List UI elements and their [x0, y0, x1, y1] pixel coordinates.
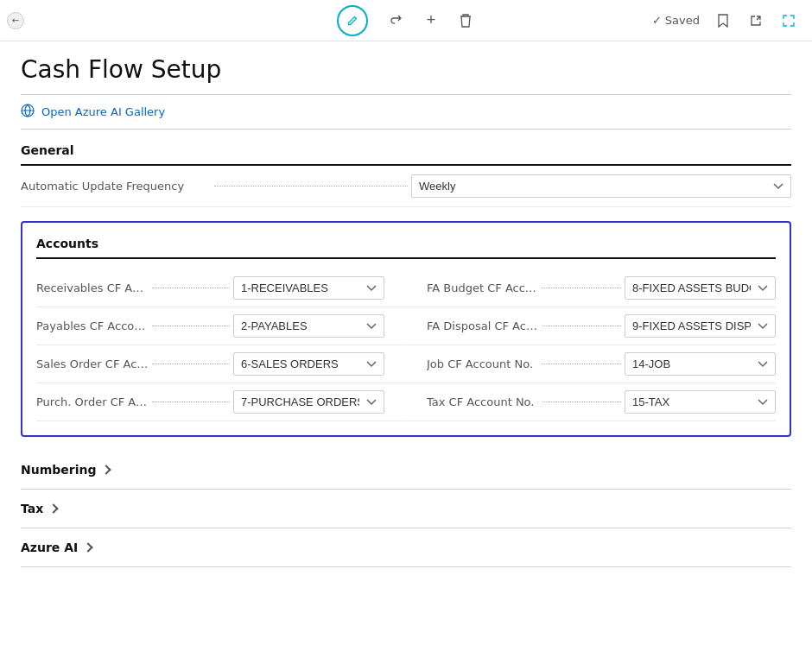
receivables-cf-field: Receivables CF Accou... 1-RECEIVABLES — [36, 269, 406, 307]
dots — [152, 326, 230, 326]
dots — [542, 288, 621, 288]
tax-section: Tax — [21, 490, 791, 528]
toolbar-left: ← — [7, 12, 24, 29]
purch-order-cf-select-wrapper: 7-PURCHASE ORDERS — [233, 390, 384, 414]
general-section: General Automatic Update Frequency Weekl… — [21, 130, 791, 207]
azure-ai-chevron-icon — [84, 542, 93, 552]
sales-order-cf-label: Sales Order CF Accou... — [36, 357, 149, 370]
fa-disposal-cf-label: FA Disposal CF Accou... — [427, 319, 539, 332]
azure-ai-gallery-link[interactable]: Open Azure AI Gallery — [21, 95, 791, 130]
tax-cf-label: Tax CF Account No. — [427, 395, 539, 408]
dots — [152, 288, 230, 288]
check-icon: ✓ — [652, 14, 662, 27]
azure-ai-header[interactable]: Azure AI — [21, 528, 791, 566]
sales-order-cf-field: Sales Order CF Accou... 6-SALES ORDERS — [36, 345, 406, 383]
auto-update-frequency-value: Weekly Daily Monthly Never — [411, 174, 791, 198]
tax-chevron-icon — [49, 503, 59, 513]
purch-order-cf-select[interactable]: 7-PURCHASE ORDERS — [233, 390, 384, 414]
accounts-section: Accounts Receivables CF Accou... 1-RECEI… — [21, 221, 791, 437]
auto-update-frequency-select[interactable]: Weekly Daily Monthly Never — [411, 174, 791, 198]
auto-update-frequency-label: Automatic Update Frequency — [21, 180, 211, 193]
payables-cf-select-wrapper: 2-PAYABLES — [233, 314, 384, 338]
numbering-label: Numbering — [21, 463, 96, 477]
general-section-title: General — [21, 130, 791, 166]
field-dots — [214, 186, 408, 187]
saved-label: Saved — [665, 14, 700, 27]
share-button[interactable] — [385, 10, 406, 31]
toolbar: ← + ✓ Saved — [0, 0, 812, 41]
fa-budget-cf-select[interactable]: 8-FIXED ASSETS BUDGE — [625, 276, 776, 300]
fa-budget-cf-field: FA Budget CF Accoun... 8-FIXED ASSETS BU… — [406, 269, 776, 307]
tax-header[interactable]: Tax — [21, 490, 791, 528]
receivables-cf-label: Receivables CF Accou... — [36, 281, 149, 294]
tax-cf-select-wrapper: 15-TAX — [625, 390, 776, 414]
fa-budget-cf-select-wrapper: 8-FIXED ASSETS BUDGE — [625, 276, 776, 300]
toolbar-center: + — [337, 5, 476, 36]
fa-disposal-cf-select-wrapper: 9-FIXED ASSETS DISPO — [625, 314, 776, 338]
sales-order-cf-select[interactable]: 6-SALES ORDERS — [233, 352, 384, 376]
payables-cf-select[interactable]: 2-PAYABLES — [233, 314, 384, 338]
edit-button[interactable] — [337, 5, 368, 36]
fa-budget-cf-label: FA Budget CF Accoun... — [427, 281, 539, 294]
numbering-chevron-icon — [102, 465, 111, 474]
job-cf-select[interactable]: 14-JOB — [625, 352, 776, 376]
bookmark-button[interactable] — [714, 10, 733, 31]
saved-status: ✓ Saved — [652, 14, 700, 27]
receivables-cf-select[interactable]: 1-RECEIVABLES — [233, 276, 384, 300]
dots — [542, 326, 621, 326]
numbering-section: Numbering — [21, 451, 791, 490]
page-title: Cash Flow Setup — [21, 55, 791, 84]
expand-button[interactable] — [779, 11, 798, 30]
tax-cf-field: Tax CF Account No. 15-TAX — [406, 383, 776, 421]
nav-back-icon[interactable]: ← — [7, 12, 24, 29]
open-new-button[interactable] — [746, 11, 765, 30]
payables-cf-label: Payables CF Account ... — [36, 319, 149, 332]
tax-cf-select[interactable]: 15-TAX — [625, 390, 776, 414]
dots — [542, 364, 621, 364]
numbering-header[interactable]: Numbering — [21, 451, 791, 489]
azure-ai-section: Azure AI — [21, 528, 791, 567]
purch-order-cf-label: Purch. Order CF Acco... — [36, 395, 149, 408]
azure-ai-label: Azure AI — [21, 541, 78, 554]
dots — [152, 402, 230, 402]
dots — [152, 364, 230, 364]
auto-update-frequency-row: Automatic Update Frequency Weekly Daily … — [21, 166, 791, 207]
dots — [542, 402, 621, 402]
fa-disposal-cf-field: FA Disposal CF Accou... 9-FIXED ASSETS D… — [406, 307, 776, 345]
delete-button[interactable] — [456, 10, 475, 31]
receivables-cf-select-wrapper: 1-RECEIVABLES — [233, 276, 384, 300]
sales-order-cf-select-wrapper: 6-SALES ORDERS — [233, 352, 384, 376]
job-cf-field: Job CF Account No. 14-JOB — [406, 345, 776, 383]
globe-icon — [21, 104, 35, 120]
job-cf-label: Job CF Account No. — [427, 357, 539, 370]
payables-cf-field: Payables CF Account ... 2-PAYABLES — [36, 307, 406, 345]
job-cf-select-wrapper: 14-JOB — [625, 352, 776, 376]
fa-disposal-cf-select[interactable]: 9-FIXED ASSETS DISPO — [625, 314, 776, 338]
accounts-grid: Receivables CF Accou... 1-RECEIVABLES FA… — [36, 269, 776, 421]
purch-order-cf-field: Purch. Order CF Acco... 7-PURCHASE ORDER… — [36, 383, 406, 421]
accounts-section-title: Accounts — [36, 237, 776, 259]
tax-label: Tax — [21, 502, 43, 515]
add-button[interactable]: + — [423, 8, 440, 33]
page-content: Cash Flow Setup Open Azure AI Gallery Ge… — [0, 41, 812, 588]
toolbar-right: ✓ Saved — [652, 10, 798, 31]
azure-link-label: Open Azure AI Gallery — [41, 105, 165, 118]
